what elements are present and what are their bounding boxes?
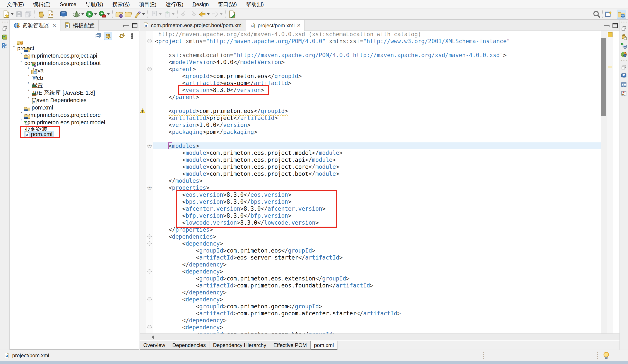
minimized-view-map-view[interactable] [620,89,628,97]
code-line[interactable]: <modelVersion>4.0.0</modelVersion> [153,59,607,66]
minimized-view-servers[interactable] [620,42,628,50]
code-line[interactable]: <dependency> [153,296,607,303]
pom-page-tab-pom.xml[interactable]: pom.xml [311,341,338,350]
save-button[interactable] [14,10,24,19]
horizontal-scrollbar[interactable] [140,333,620,340]
lightbulb-icon[interactable] [603,352,610,361]
warning-icon[interactable] [140,108,145,113]
open-last-edit-button[interactable] [227,10,236,19]
statusbar-drag-handle[interactable] [483,352,484,359]
tree-expander-icon[interactable]: › [25,87,31,92]
code-line[interactable]: </parent> [153,94,607,101]
minimized-view-console-mini[interactable] [620,72,628,80]
tree-item-maven-dependencies[interactable]: ›Maven Dependencies [10,94,139,101]
minimized-view-outline[interactable] [1,42,9,50]
code-line[interactable]: <dependency> [153,268,607,275]
fold-collapse-icon[interactable]: − [148,67,152,71]
debug-button[interactable] [72,10,85,19]
code-line[interactable]: <project xmlns="http://maven.apache.org/… [153,38,607,45]
menu-source[interactable]: Source [55,0,81,9]
scrollbar-thumb[interactable] [601,38,606,116]
code-line[interactable]: <groupId>com.primeton.gocom.bfp</groupId… [153,331,607,333]
code-line[interactable]: <dependencies> [153,233,607,240]
dropdown-caret-icon[interactable] [107,13,110,15]
nav-prev-button[interactable] [179,10,188,19]
pom-page-tab-dependencies[interactable]: Dependencies [169,341,209,350]
code-line[interactable]: xsi:schemaLocation="http://maven.apache.… [153,52,607,59]
code-line[interactable]: <groupId>com.primeton.eos</groupId> [153,247,607,254]
code-line[interactable]: <module>com.primeton.eos.project.boot</m… [153,170,607,177]
console-button[interactable] [59,10,68,19]
menu-d[interactable]: Design [188,0,213,9]
tree-expander-icon[interactable]: › [25,95,31,100]
fold-collapse-icon[interactable]: − [148,144,152,148]
minimize-icon[interactable] [604,25,610,27]
dropdown-caret-icon[interactable] [159,13,162,15]
dropdown-caret-icon[interactable] [172,13,174,15]
code-line[interactable]: <afcenter.version>8.3.0</afcenter.versio… [153,205,607,212]
back-button[interactable] [198,10,211,19]
pom-page-tab-effective-pom[interactable]: Effective POM [270,341,311,350]
nav-next-button[interactable] [188,10,198,19]
fold-collapse-icon[interactable]: − [148,269,152,274]
code-line[interactable]: <version>8.3.0</version> [153,87,607,94]
menu-r[interactable]: 运行(R) [161,0,188,9]
tree-expander-icon[interactable]: › [25,65,31,70]
minimized-view-snippets[interactable] [620,33,628,41]
save-all-button[interactable] [24,10,33,19]
fold-collapse-icon[interactable]: − [148,325,152,329]
run-button[interactable] [85,10,98,19]
fold-collapse-icon[interactable]: − [148,186,152,190]
code-line[interactable] [153,101,607,108]
code-line[interactable]: </dependency> [153,261,607,268]
dropdown-caret-icon[interactable] [11,13,13,15]
tree-expander-icon[interactable]: ⌄ [11,43,17,48]
code-line[interactable]: <artifactId>project</artifactId> [153,115,607,122]
drag-handle-icon[interactable] [620,20,628,24]
code-line[interactable]: <eos.version>8.3.0</eos.version> [153,191,607,198]
code-line[interactable]: <module>com.primeton.eos.project.api</mo… [153,156,607,163]
code-line[interactable]: <module>com.primeton.eos.project.core</m… [153,163,607,170]
code-line[interactable]: </modules> [153,177,607,184]
menu-w[interactable]: 窗口(W) [213,0,241,9]
tree-expander-icon[interactable]: › [18,50,24,55]
run-tool-button[interactable] [98,10,111,19]
tree-item-web[interactable]: ›Web [10,71,139,79]
tree-expander-icon[interactable]: › [25,80,31,85]
fold-collapse-icon[interactable]: − [148,241,152,246]
menu-a[interactable]: 搜索(A) [108,0,134,9]
fold-collapse-icon[interactable]: − [148,39,152,43]
minimized-view-network[interactable] [620,51,628,59]
refresh-doc-button[interactable] [46,10,55,19]
menu-p[interactable]: 项目(P) [134,0,161,9]
vertical-scrollbar[interactable] [601,31,607,333]
tree-expander-icon[interactable]: › [18,110,24,115]
drag-handle-icon[interactable] [620,59,628,62]
collapse-all-button[interactable] [94,32,102,40]
forward-button[interactable] [211,10,223,19]
dropdown-caret-icon[interactable] [81,13,84,15]
pom-page-tab-overview[interactable]: Overview [140,341,169,350]
tree-item-com.primeton.eos.project.boot[interactable]: ⌄com.primeton.eos.project.boot [10,57,139,64]
fold-collapse-icon[interactable]: − [148,297,152,301]
code-line[interactable]: <version>1.0.0</version> [153,122,607,129]
minimized-view-palette[interactable] [1,33,9,41]
minimized-view-table-view[interactable] [620,81,628,88]
code-line[interactable]: <properties> [153,184,607,191]
code-line[interactable]: <groupId>com.primeton.eos</groupId> [153,108,607,115]
refresh-button[interactable] [118,32,126,40]
code-line[interactable]: <lowcode.version>8.3.0</lowcode.version> [153,219,607,226]
code-line[interactable]: <packaging>pom</packaging> [153,129,607,136]
sidebar-tab[interactable]: 模板配置 [60,20,99,31]
open-perspective-button[interactable] [604,10,613,19]
code-line[interactable]: <groupId>com.primeton.gocom</groupId> [153,303,607,310]
code-line[interactable]: http://maven.apache.org/xsd/maven-4.0.0.… [153,31,607,38]
folder-open-button[interactable] [124,10,133,19]
minimized-view-restore-views[interactable] [620,24,628,32]
overview-status-square[interactable] [608,32,613,37]
xml-source-view[interactable]: http://maven.apache.org/xsd/maven-4.0.0.… [140,31,620,333]
dropdown-caret-icon[interactable] [220,13,223,15]
code-line[interactable]: <groupId>com.primeton.eos</groupId> [153,73,607,80]
dropdown-caret-icon[interactable] [142,13,145,15]
search-button[interactable] [592,10,601,19]
